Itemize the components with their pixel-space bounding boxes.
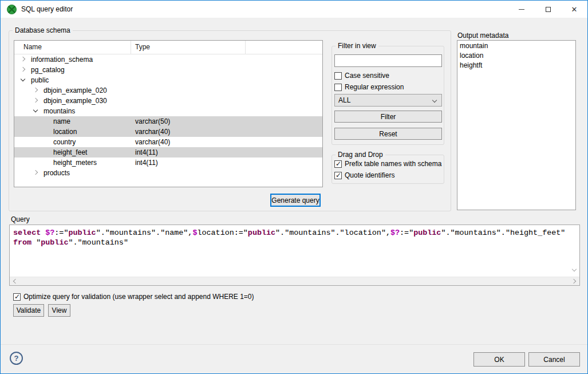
query-code-line: from "public"."mountains" bbox=[10, 238, 579, 247]
chevron-collapsed-icon[interactable] bbox=[33, 98, 38, 103]
tree-item-name: name bbox=[53, 116, 70, 127]
chevron-collapsed-icon[interactable] bbox=[21, 67, 25, 72]
tree-item-name: country bbox=[53, 137, 76, 147]
case-sensitive-checkbox[interactable] bbox=[334, 72, 342, 80]
filter-scope-dropdown[interactable]: ALL bbox=[334, 94, 442, 107]
view-button-label: View bbox=[52, 306, 67, 314]
tree-item-name: dbjoin_example_020 bbox=[44, 85, 107, 96]
tree-row[interactable]: mountains bbox=[14, 106, 322, 116]
tree-row[interactable]: public bbox=[14, 75, 322, 85]
quote-identifiers-checkbox-row[interactable]: Quote identifiers bbox=[334, 171, 394, 180]
window-title: SQL query editor bbox=[21, 5, 73, 13]
output-metadata-list[interactable]: mountainlocationheightft bbox=[457, 40, 576, 210]
filter-in-view-group: Filter in view Case sensitive Regular ex… bbox=[332, 46, 444, 145]
chevron-expanded-icon[interactable] bbox=[21, 77, 25, 81]
cancel-button-label: Cancel bbox=[543, 356, 565, 364]
sql-query-editor-dialog: { "window": { "title": "SQL query editor… bbox=[0, 0, 588, 374]
tree-item-type: varchar(50) bbox=[135, 116, 170, 127]
ok-button[interactable]: OK bbox=[473, 352, 525, 367]
column-separator[interactable] bbox=[131, 41, 131, 54]
query-label: Query bbox=[11, 215, 30, 223]
tree-row[interactable]: height_metersint4(11) bbox=[14, 158, 322, 168]
column-separator[interactable] bbox=[245, 41, 246, 54]
title-bar: SQL query editor ✕ bbox=[1, 1, 587, 18]
tree-item-name: information_schema bbox=[31, 54, 93, 65]
tree-row[interactable]: locationvarchar(40) bbox=[14, 127, 322, 137]
column-header-type[interactable]: Type bbox=[135, 43, 150, 51]
chevron-collapsed-icon[interactable] bbox=[33, 170, 38, 175]
reset-button[interactable]: Reset bbox=[334, 128, 442, 140]
maximize-icon bbox=[546, 7, 551, 12]
case-sensitive-checkbox-row[interactable]: Case sensitive bbox=[334, 71, 389, 80]
generate-query-button[interactable]: Generate query bbox=[270, 194, 321, 207]
filter-scope-value: ALL bbox=[338, 96, 350, 104]
chevron-expanded-icon[interactable] bbox=[33, 108, 38, 112]
question-mark-icon: ? bbox=[14, 354, 19, 363]
tree-row[interactable]: dbjoin_example_020 bbox=[14, 85, 322, 96]
chevron-collapsed-icon[interactable] bbox=[33, 88, 38, 92]
tree-row[interactable]: height_feetint4(11) bbox=[14, 147, 322, 158]
prefix-table-names-label: Prefix table names with schema bbox=[345, 160, 441, 168]
database-schema-label: Database schema bbox=[13, 26, 73, 34]
minimize-button[interactable] bbox=[508, 1, 535, 18]
tree-item-name: location bbox=[53, 127, 77, 137]
quote-identifiers-checkbox[interactable] bbox=[334, 172, 342, 179]
case-sensitive-label: Case sensitive bbox=[345, 72, 389, 80]
prefix-table-names-checkbox[interactable] bbox=[334, 160, 342, 168]
tree-row[interactable]: dbjoin_example_030 bbox=[14, 96, 322, 106]
drag-and-drop-group: Drag and Drop Prefix table names with sc… bbox=[332, 155, 444, 184]
schema-tree-rows: information_schemapg_catalogpublicdbjoin… bbox=[14, 54, 322, 178]
filter-input[interactable] bbox=[334, 54, 442, 67]
schema-tree[interactable]: Name Type information_schemapg_catalogpu… bbox=[14, 40, 323, 187]
close-button[interactable]: ✕ bbox=[561, 1, 587, 18]
ok-button-label: OK bbox=[494, 356, 504, 364]
tree-item-name: products bbox=[44, 168, 70, 178]
filter-button-label: Filter bbox=[381, 113, 396, 121]
tree-item-type: int4(11) bbox=[135, 158, 158, 168]
drag-and-drop-label: Drag and Drop bbox=[336, 151, 385, 159]
scrollbar-down-icon[interactable] bbox=[572, 267, 577, 271]
tree-item-type: varchar(40) bbox=[135, 137, 170, 147]
optimize-query-label: Optimize query for validation (use wrapp… bbox=[23, 293, 254, 301]
tree-item-name: height_feet bbox=[53, 147, 87, 158]
optimize-query-checkbox-row[interactable]: Optimize query for validation (use wrapp… bbox=[13, 292, 254, 301]
optimize-query-checkbox[interactable] bbox=[13, 293, 21, 301]
query-code-area[interactable]: select $?:="public"."mountains"."name",$… bbox=[10, 225, 579, 277]
filter-button[interactable]: Filter bbox=[334, 111, 442, 123]
schema-tree-header: Name Type bbox=[14, 41, 322, 54]
horizontal-scrollbar[interactable] bbox=[10, 277, 579, 285]
column-header-name[interactable]: Name bbox=[23, 43, 42, 51]
chevron-down-icon bbox=[432, 98, 437, 103]
tree-row[interactable]: products bbox=[14, 168, 322, 178]
tree-row[interactable]: information_schema bbox=[14, 54, 322, 65]
output-metadata-item[interactable]: location bbox=[457, 51, 575, 61]
close-icon: ✕ bbox=[571, 6, 578, 13]
help-button[interactable]: ? bbox=[10, 352, 23, 365]
tree-row[interactable]: namevarchar(50) bbox=[14, 116, 322, 127]
tree-row[interactable]: countryvarchar(40) bbox=[14, 137, 322, 147]
cancel-button[interactable]: Cancel bbox=[528, 352, 580, 367]
regular-expression-checkbox[interactable] bbox=[334, 84, 342, 91]
tree-item-type: varchar(40) bbox=[135, 127, 170, 137]
tree-item-name: public bbox=[31, 75, 49, 85]
footer-separator bbox=[1, 344, 587, 345]
tree-item-name: pg_catalog bbox=[31, 65, 65, 75]
query-editor[interactable]: select $?:="public"."mountains"."name",$… bbox=[9, 225, 580, 286]
filter-in-view-label: Filter in view bbox=[336, 42, 378, 50]
validate-button[interactable]: Validate bbox=[13, 304, 44, 317]
output-metadata-label: Output metadata bbox=[457, 32, 508, 40]
validate-button-label: Validate bbox=[17, 306, 41, 314]
tree-row[interactable]: pg_catalog bbox=[14, 65, 322, 75]
regular-expression-checkbox-row[interactable]: Regular expression bbox=[334, 82, 404, 92]
tree-item-name: height_meters bbox=[53, 158, 97, 168]
chevron-collapsed-icon[interactable] bbox=[21, 57, 25, 61]
query-code-lines: select $?:="public"."mountains"."name",$… bbox=[10, 225, 579, 247]
prefix-table-names-checkbox-row[interactable]: Prefix table names with schema bbox=[334, 159, 441, 168]
output-metadata-item[interactable]: heightft bbox=[457, 61, 575, 70]
maximize-button[interactable] bbox=[535, 1, 561, 18]
output-metadata-item[interactable]: mountain bbox=[457, 41, 575, 51]
generate-query-label: Generate query bbox=[271, 196, 319, 204]
scrollbar-right-icon[interactable] bbox=[571, 279, 576, 284]
scrollbar-left-icon[interactable] bbox=[13, 279, 18, 284]
view-button[interactable]: View bbox=[48, 304, 70, 317]
